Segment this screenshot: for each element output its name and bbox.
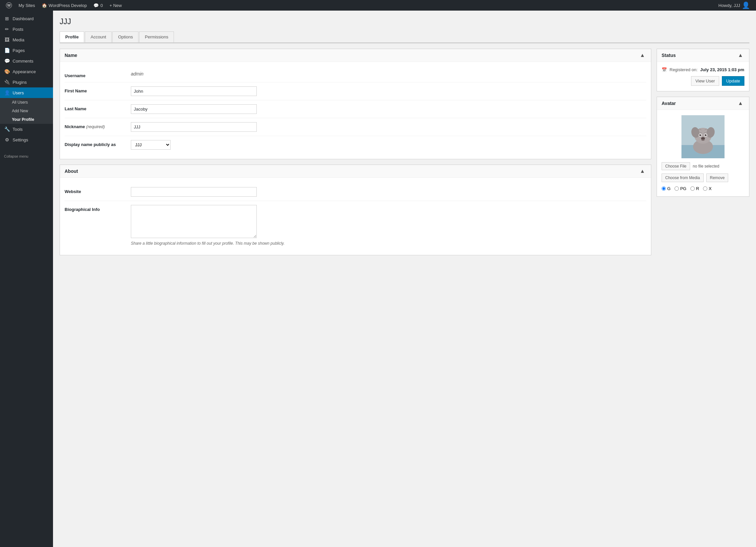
sidebar-item-tools[interactable]: 🔧 Tools: [0, 124, 53, 135]
last-name-field: [131, 104, 646, 114]
comments-nav-icon: 💬: [4, 58, 10, 64]
rating-pg-radio[interactable]: [675, 187, 679, 191]
rating-r-label: R: [696, 186, 699, 191]
sidebar-item-your-profile[interactable]: Your Profile: [0, 115, 53, 124]
view-user-button[interactable]: View User: [691, 76, 719, 86]
tab-account[interactable]: Account: [85, 31, 112, 42]
bio-input[interactable]: [131, 205, 257, 238]
rating-x-option[interactable]: X: [703, 186, 712, 191]
avatar-collapse-button[interactable]: ▲: [736, 100, 744, 106]
avatar-title: Avatar: [662, 101, 676, 106]
sidebar-item-all-users[interactable]: All Users: [0, 98, 53, 107]
sidebar-item-label: Users: [13, 90, 24, 95]
comments-count: 0: [100, 3, 103, 8]
all-users-label: All Users: [12, 100, 28, 105]
website-input[interactable]: [131, 187, 257, 197]
profile-sidebar-col: Status ▲ 📅 Registered on: July 23, 2015 …: [657, 49, 749, 202]
sidebar-item-posts[interactable]: ✏ Posts: [0, 24, 53, 34]
sidebar-item-plugins[interactable]: 🔌 Plugins: [0, 77, 53, 87]
tab-options[interactable]: Options: [112, 31, 138, 42]
bio-hint: Share a little biographical information …: [131, 241, 646, 246]
site-name-link[interactable]: 🏠 WordPress Develop: [38, 0, 90, 11]
comments-link[interactable]: 💬 0: [90, 0, 106, 11]
sidebar-item-comments[interactable]: 💬 Comments: [0, 56, 53, 66]
avatar-image-container: [662, 115, 744, 158]
rating-g-option[interactable]: G: [662, 186, 671, 191]
username-label: Username: [65, 71, 131, 78]
wp-logo[interactable]: W: [3, 0, 15, 11]
name-collapse-button[interactable]: ▲: [638, 52, 646, 58]
bio-row: Biographical Info Share a little biograp…: [65, 201, 646, 250]
registered-row: 📅 Registered on: July 23, 2015 1:03 pm: [662, 67, 744, 72]
site-name: WordPress Develop: [49, 3, 87, 8]
howdy-menu[interactable]: Howdy, JJJ 👤: [715, 0, 754, 11]
last-name-row: Last Name: [65, 100, 646, 118]
sidebar-item-label: Tools: [13, 127, 23, 132]
svg-point-11: [705, 134, 707, 136]
sidebar-item-label: Dashboard: [13, 16, 34, 21]
display-name-field: JJJ: [131, 140, 646, 150]
my-sites-menu[interactable]: My Sites: [15, 0, 38, 11]
sidebar-item-label: Comments: [13, 59, 33, 64]
registered-value: July 23, 2015 1:03 pm: [700, 67, 744, 72]
username-field: admin: [131, 71, 646, 77]
sidebar-item-users[interactable]: 👤 Users: [0, 87, 53, 98]
name-section-header: Name ▲: [60, 49, 651, 62]
rating-pg-option[interactable]: PG: [675, 186, 686, 191]
settings-icon: ⚙: [4, 137, 10, 142]
rating-r-option[interactable]: R: [690, 186, 699, 191]
new-content-menu[interactable]: + New: [106, 0, 125, 11]
no-file-text: no file selected: [693, 164, 719, 169]
tab-permissions[interactable]: Permissions: [139, 31, 174, 42]
first-name-input[interactable]: [131, 86, 257, 96]
svg-point-12: [700, 135, 701, 135]
pages-icon: 📄: [4, 48, 10, 53]
about-collapse-button[interactable]: ▲: [638, 168, 646, 174]
about-section-body: Website Biographical Info Share: [60, 178, 651, 255]
status-card-header: Status ▲: [657, 49, 749, 62]
status-card: Status ▲ 📅 Registered on: July 23, 2015 …: [657, 49, 749, 91]
users-submenu: All Users Add New Your Profile: [0, 98, 53, 124]
add-new-label: Add New: [12, 109, 28, 113]
choose-from-media-button[interactable]: Choose from Media: [662, 174, 704, 182]
status-title: Status: [662, 53, 676, 58]
howdy-label: Howdy, JJJ: [719, 3, 740, 8]
status-collapse-button[interactable]: ▲: [736, 52, 744, 58]
nickname-input[interactable]: [131, 122, 257, 132]
sidebar-item-add-new[interactable]: Add New: [0, 107, 53, 115]
sidebar-item-appearance[interactable]: 🎨 Appearance: [0, 66, 53, 77]
about-section: About ▲ Website: [60, 165, 651, 255]
rating-g-label: G: [667, 186, 671, 191]
last-name-input[interactable]: [131, 104, 257, 114]
rating-r-radio[interactable]: [690, 187, 695, 191]
avatar-upload-row: Choose File no file selected: [662, 162, 744, 170]
sidebar-item-pages[interactable]: 📄 Pages: [0, 45, 53, 56]
rating-g-radio[interactable]: [662, 187, 666, 191]
choose-file-button[interactable]: Choose File: [662, 162, 690, 170]
content-area: JJJ Profile Account Options Permissions: [53, 11, 756, 547]
collapse-menu[interactable]: Collapse menu: [0, 152, 53, 161]
svg-point-13: [706, 135, 706, 135]
avatar-card-body: Choose File no file selected Choose from…: [657, 110, 749, 196]
user-avatar-icon: 👤: [742, 1, 750, 9]
avatar-rating-row: G PG R: [662, 186, 744, 191]
rating-x-radio[interactable]: [703, 187, 707, 191]
nickname-field: [131, 122, 646, 132]
plugins-icon: 🔌: [4, 80, 10, 85]
sidebar: ⊞ Dashboard ✏ Posts 🖼 Media 📄 Pages 💬 Co…: [0, 11, 53, 547]
registered-label: Registered on:: [670, 67, 698, 72]
username-row: Username admin: [65, 67, 646, 82]
update-button[interactable]: Update: [722, 76, 744, 86]
sidebar-item-media[interactable]: 🖼 Media: [0, 34, 53, 45]
display-name-select[interactable]: JJJ: [131, 140, 171, 150]
nickname-row: Nickname (required): [65, 118, 646, 136]
sidebar-item-dashboard[interactable]: ⊞ Dashboard: [0, 13, 53, 24]
tab-profile[interactable]: Profile: [60, 31, 84, 42]
sidebar-item-label: Settings: [13, 137, 28, 142]
remove-avatar-button[interactable]: Remove: [706, 174, 729, 182]
display-name-label: Display name publicly as: [65, 140, 131, 147]
sidebar-item-settings[interactable]: ⚙ Settings: [0, 135, 53, 145]
name-section-body: Username admin First Name: [60, 62, 651, 159]
posts-icon: ✏: [4, 27, 10, 32]
about-section-title: About: [65, 169, 78, 174]
